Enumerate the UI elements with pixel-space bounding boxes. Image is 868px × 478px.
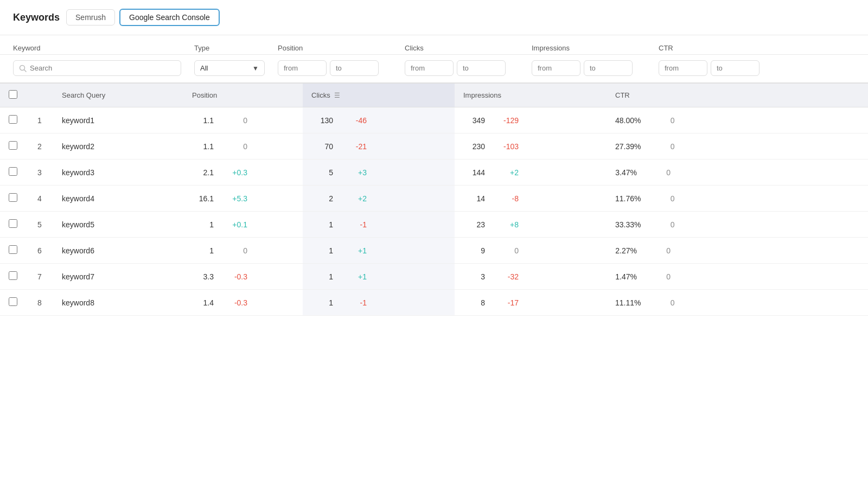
- clicks-to-input[interactable]: [457, 60, 506, 76]
- filter-inputs-row: All Branded Non-branded ▼: [0, 55, 868, 84]
- row-position: 1.4 -0.3: [183, 290, 303, 316]
- position-value: 1.4: [192, 298, 214, 307]
- position-to-input[interactable]: [330, 60, 379, 76]
- row-checkbox[interactable]: [9, 167, 17, 176]
- table-row: 5 keyword5 1 +0.1 1 -1 23 +8: [0, 212, 868, 238]
- svg-line-1: [24, 69, 27, 72]
- row-position: 16.1 +5.3: [183, 186, 303, 212]
- th-search-query[interactable]: Search Query: [53, 84, 183, 107]
- row-clicks: 1 -1: [303, 290, 455, 316]
- position-range-inputs: [278, 60, 392, 76]
- row-checkbox-cell: [0, 160, 26, 186]
- row-checkbox[interactable]: [9, 271, 17, 280]
- ctr-from-input[interactable]: [659, 60, 707, 76]
- row-position: 2.1 +0.3: [183, 160, 303, 186]
- ctr-delta: 0: [643, 246, 671, 255]
- type-dropdown[interactable]: All Branded Non-branded ▼: [194, 60, 265, 76]
- tab-semrush[interactable]: Semrush: [66, 9, 115, 26]
- clicks-value: 1: [311, 220, 333, 229]
- clicks-value: 1: [311, 246, 333, 255]
- filter-type-col: Type: [194, 44, 265, 54]
- table-row: 2 keyword2 1.1 0 70 -21 230 -103: [0, 133, 868, 160]
- th-impressions[interactable]: Impressions: [455, 84, 607, 107]
- row-clicks: 70 -21: [303, 133, 455, 160]
- row-keyword: keyword8: [53, 290, 183, 316]
- keyword-search-wrap: [13, 60, 181, 76]
- clicks-delta: +2: [340, 194, 367, 203]
- position-delta: -0.3: [220, 298, 247, 307]
- ctr-range-inputs: [659, 60, 756, 76]
- position-value: 1.1: [192, 142, 214, 151]
- row-ctr: 48.00% 0: [607, 107, 868, 133]
- position-value: 2.1: [192, 168, 214, 177]
- row-num: 2: [26, 133, 53, 160]
- th-clicks[interactable]: Clicks ☰: [303, 84, 455, 107]
- table-row: 1 keyword1 1.1 0 130 -46 349 -129: [0, 107, 868, 133]
- row-checkbox-cell: [0, 133, 26, 160]
- position-delta: +0.1: [220, 220, 247, 229]
- impressions-delta: -32: [492, 272, 519, 281]
- clicks-delta: +1: [340, 272, 367, 281]
- clicks-range-wrap: [405, 60, 519, 76]
- keyword-search-input[interactable]: [30, 64, 175, 72]
- row-impressions: 349 -129: [455, 107, 607, 133]
- position-range-wrap: [278, 60, 392, 76]
- row-impressions: 230 -103: [455, 133, 607, 160]
- impressions-from-input[interactable]: [532, 60, 580, 76]
- row-clicks: 130 -46: [303, 107, 455, 133]
- row-checkbox[interactable]: [9, 193, 17, 202]
- th-ctr[interactable]: CTR: [607, 84, 868, 107]
- impressions-to-input[interactable]: [584, 60, 633, 76]
- position-value: 1: [192, 246, 214, 255]
- row-checkbox[interactable]: [9, 245, 17, 254]
- row-checkbox-cell: [0, 238, 26, 264]
- row-checkbox[interactable]: [9, 115, 17, 124]
- position-from-input[interactable]: [278, 60, 327, 76]
- row-clicks: 2 +2: [303, 186, 455, 212]
- impressions-range-wrap: [532, 60, 646, 76]
- keywords-title: Keywords: [13, 12, 60, 23]
- position-delta: -0.3: [220, 272, 247, 281]
- row-position: 1.1 0: [183, 133, 303, 160]
- row-keyword: keyword7: [53, 264, 183, 290]
- impressions-value: 8: [463, 298, 485, 307]
- filter-keyword-label: Keyword: [13, 44, 181, 54]
- impressions-delta: -129: [492, 116, 519, 125]
- table-row: 4 keyword4 16.1 +5.3 2 +2 14 -8: [0, 186, 868, 212]
- row-num: 1: [26, 107, 53, 133]
- select-all-checkbox[interactable]: [9, 90, 17, 99]
- row-keyword: keyword6: [53, 238, 183, 264]
- main-container: Keywords Semrush Google Search Console K…: [0, 0, 868, 478]
- row-clicks: 1 +1: [303, 238, 455, 264]
- ctr-value: 3.47%: [615, 168, 637, 177]
- impressions-delta: -8: [492, 194, 519, 203]
- row-ctr: 3.47% 0: [607, 160, 868, 186]
- filter-impressions-label: Impressions: [532, 44, 646, 54]
- row-impressions: 23 +8: [455, 212, 607, 238]
- impressions-value: 3: [463, 272, 485, 281]
- clicks-from-input[interactable]: [405, 60, 454, 76]
- ctr-value: 2.27%: [615, 246, 637, 255]
- clicks-value: 70: [311, 142, 333, 151]
- row-checkbox[interactable]: [9, 141, 17, 150]
- row-impressions: 144 +2: [455, 160, 607, 186]
- row-ctr: 33.33% 0: [607, 212, 868, 238]
- table-header-row: Search Query Position Clicks ☰ Impressio…: [0, 84, 868, 107]
- impressions-value: 349: [463, 116, 485, 125]
- tabs-row: Keywords Semrush Google Search Console: [0, 9, 868, 35]
- impressions-range-inputs: [532, 60, 646, 76]
- row-checkbox[interactable]: [9, 219, 17, 228]
- ctr-value: 27.39%: [615, 142, 641, 151]
- row-checkbox[interactable]: [9, 297, 17, 306]
- row-impressions: 8 -17: [455, 290, 607, 316]
- keyword-input-wrap: [13, 60, 181, 76]
- tab-gsc[interactable]: Google Search Console: [119, 9, 220, 26]
- impressions-value: 23: [463, 220, 485, 229]
- filter-ctr-col: CTR: [659, 44, 756, 54]
- type-select-input[interactable]: All Branded Non-branded: [200, 64, 249, 72]
- row-num: 8: [26, 290, 53, 316]
- position-value: 16.1: [192, 194, 214, 203]
- ctr-value: 11.76%: [615, 194, 641, 203]
- ctr-to-input[interactable]: [711, 60, 760, 76]
- th-position[interactable]: Position: [183, 84, 303, 107]
